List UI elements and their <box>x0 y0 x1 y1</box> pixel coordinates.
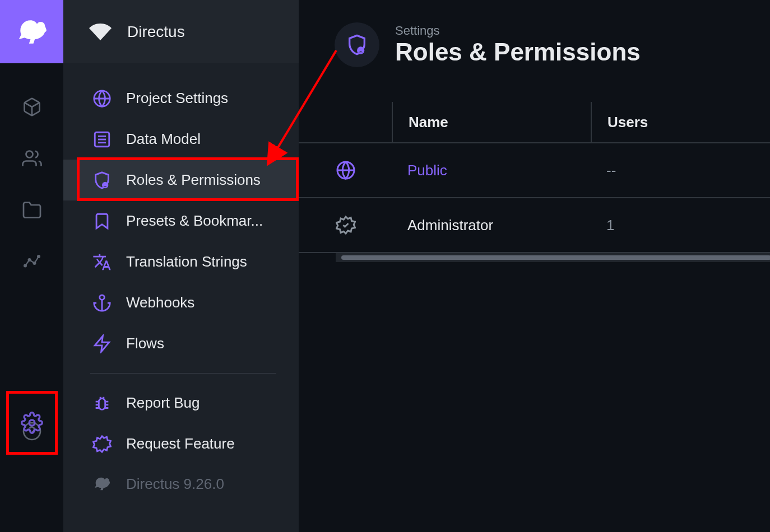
horizontal-scrollbar[interactable] <box>336 253 770 262</box>
nav-roles-permissions[interactable]: Roles & Permissions <box>63 160 299 200</box>
rabbit-small-icon <box>92 474 112 493</box>
bolt-icon <box>92 334 112 353</box>
rail-content-icon[interactable] <box>21 96 43 118</box>
nav-label: Webhooks <box>126 294 194 311</box>
page-header: Settings Roles & Permissions <box>299 22 770 67</box>
nav-label: Report Bug <box>126 394 200 412</box>
bookmark-icon <box>92 212 112 231</box>
version-text: Directus 9.26.0 <box>126 475 224 493</box>
app-title: Directus <box>127 23 185 41</box>
rail-insights-icon[interactable] <box>21 250 43 273</box>
row-name: Public <box>392 162 591 179</box>
nav-label: Flows <box>126 335 164 352</box>
page-title: Roles & Permissions <box>395 38 641 66</box>
scrollbar-thumb[interactable] <box>341 255 770 260</box>
table-header: Name Users <box>299 102 770 143</box>
globe-icon <box>92 89 112 108</box>
nav-divider <box>90 373 276 374</box>
column-name[interactable]: Name <box>392 102 591 142</box>
nav-label: Request Feature <box>126 435 235 452</box>
rabbit-icon <box>15 15 49 49</box>
verified-icon <box>336 215 392 235</box>
wifi-icon <box>89 21 112 43</box>
breadcrumb[interactable]: Settings <box>395 24 641 38</box>
module-rail <box>0 0 63 532</box>
nav-label: Data Model <box>126 130 201 148</box>
nav-flows[interactable]: Flows <box>63 323 299 364</box>
rail-files-icon[interactable] <box>21 199 43 221</box>
version-row: Directus 9.26.0 <box>63 474 299 493</box>
rail-settings-highlight <box>6 391 58 455</box>
table-row-administrator[interactable]: Administrator 1 <box>299 198 770 253</box>
verified-icon <box>92 435 112 454</box>
nav-webhooks[interactable]: Webhooks <box>63 282 299 323</box>
column-users[interactable]: Users <box>591 102 770 142</box>
nav-project-settings[interactable]: Project Settings <box>63 78 299 119</box>
nav-translation-strings[interactable]: Translation Strings <box>63 241 299 282</box>
sidebar-header: Directus <box>63 0 299 63</box>
globe-icon <box>336 160 392 180</box>
svg-point-7 <box>29 420 35 426</box>
rail-users-icon[interactable] <box>21 147 43 170</box>
settings-sidebar: Directus Project Settings Data Model Rol… <box>63 0 299 532</box>
row-users: 1 <box>591 217 770 234</box>
bug-icon <box>92 394 112 413</box>
list-icon <box>92 130 112 149</box>
svg-rect-17 <box>99 398 105 409</box>
shield-user-icon <box>346 34 368 56</box>
main-content: Settings Roles & Permissions Name Users … <box>299 0 770 532</box>
svg-point-15 <box>100 295 105 300</box>
table-row-public[interactable]: Public -- <box>299 143 770 198</box>
nav-label: Translation Strings <box>126 253 247 270</box>
row-name: Administrator <box>392 217 591 234</box>
nav-list: Project Settings Data Model Roles & Perm… <box>63 63 299 493</box>
nav-data-model[interactable]: Data Model <box>63 119 299 160</box>
nav-label: Presets & Bookmar... <box>126 212 263 230</box>
shield-user-icon <box>92 171 112 190</box>
nav-report-bug[interactable]: Report Bug <box>63 382 299 423</box>
roles-table: Name Users Public -- Administrator 1 <box>299 102 770 262</box>
nav-presets-bookmarks[interactable]: Presets & Bookmar... <box>63 200 299 241</box>
anchor-icon <box>92 293 112 312</box>
row-users: -- <box>591 162 770 179</box>
logo[interactable] <box>0 0 63 63</box>
nav-label: Project Settings <box>126 90 228 107</box>
nav-request-feature[interactable]: Request Feature <box>63 423 299 464</box>
nav-label: Roles & Permissions <box>126 171 261 189</box>
header-icon-circle <box>335 22 379 67</box>
svg-point-0 <box>26 151 33 158</box>
gear-icon[interactable] <box>21 412 43 434</box>
translate-icon <box>92 253 112 272</box>
